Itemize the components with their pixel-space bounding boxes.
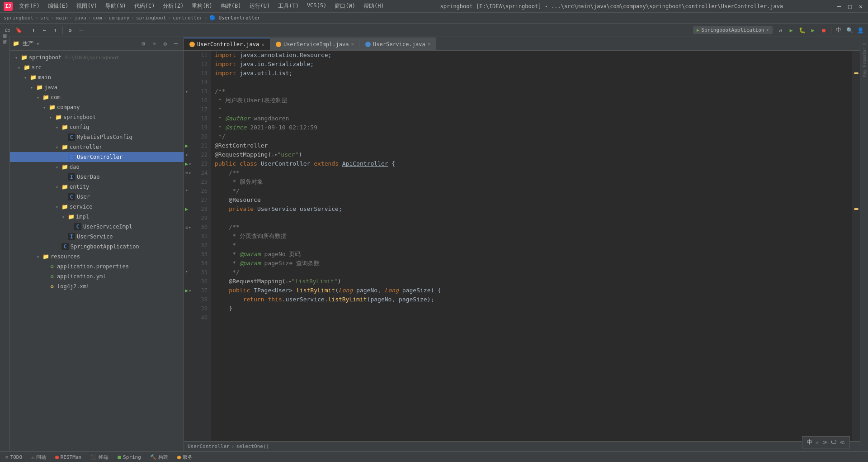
menu-nav[interactable]: 导航(N): [102, 1, 130, 11]
close-button[interactable]: ✕: [857, 3, 864, 10]
tree-main[interactable]: ▾ 📁 main: [10, 72, 184, 82]
menu-build[interactable]: 构建(B): [217, 1, 245, 11]
tree-java[interactable]: ▾ 📁 java: [10, 82, 184, 92]
bc-company[interactable]: company: [108, 15, 129, 21]
tree-app-properties[interactable]: ▾ ⚙ application.properties: [10, 262, 184, 271]
tree-springbootapplication[interactable]: ▾ C SpringbootApplication: [10, 242, 184, 252]
sidebar-collapse-button[interactable]: ≡: [149, 39, 159, 49]
forward-button[interactable]: ⬅: [39, 25, 49, 35]
bc-springboot2[interactable]: springboot: [136, 15, 166, 21]
stop-button[interactable]: ■: [819, 25, 829, 35]
home-button[interactable]: ⬆: [50, 25, 60, 35]
menu-refactor[interactable]: 重构(R): [188, 1, 216, 11]
tree-label-src: src: [32, 64, 42, 71]
problems-tab[interactable]: ⚠ 问题: [29, 453, 48, 462]
refresh-button[interactable]: ↺: [775, 25, 785, 35]
bc-usercontroller[interactable]: 🔵 UserController: [209, 15, 260, 21]
tree-dao[interactable]: ▾ 📁 dao: [10, 162, 184, 172]
tree-userdao[interactable]: ▾ I UserDao: [10, 172, 184, 182]
restman-tab[interactable]: RESTMan: [53, 453, 83, 461]
debug-button[interactable]: 🐛: [797, 25, 807, 35]
tree-src[interactable]: ▾ 📁 src: [10, 62, 184, 72]
menu-view[interactable]: 视图(V): [73, 1, 101, 11]
run-gutter-28[interactable]: ▶: [185, 206, 188, 212]
sidebar-dropdown[interactable]: ▾: [36, 41, 39, 47]
tab-usercontroller[interactable]: UserController.java ✕: [184, 38, 270, 50]
code-line-39: }: [215, 304, 848, 313]
terminal-tab[interactable]: ⬛ 终端: [89, 453, 110, 462]
menu-edit[interactable]: 编辑(E): [44, 1, 72, 11]
menu-run[interactable]: 运行(U): [246, 1, 274, 11]
run-button[interactable]: ▶: [786, 25, 796, 35]
tree-impl[interactable]: ▾ 📁 impl: [10, 212, 184, 222]
tab-close-userserviceimpl[interactable]: ✕: [351, 41, 354, 47]
tab-close-userservice[interactable]: ✕: [428, 41, 431, 47]
bc-springboot[interactable]: springboot: [4, 15, 33, 21]
sidebar-options-button[interactable]: ⚙: [160, 39, 170, 49]
structure-tab[interactable]: 构建: [0, 39, 9, 44]
project-tab[interactable]: 服务: [0, 44, 9, 50]
tree-user[interactable]: ▾ C User: [10, 192, 184, 202]
run-config-dropdown[interactable]: ▾: [766, 27, 769, 33]
tree-config[interactable]: ▾ 📁 config: [10, 122, 184, 132]
tree-springboot-root[interactable]: ▾ 📁 springboot E:\IDEA\springboot: [10, 52, 184, 62]
menu-vcs[interactable]: VCS(S): [303, 1, 330, 11]
editor-bc-selectone[interactable]: selectOne(): [236, 443, 269, 449]
editor-bc-usercontroller[interactable]: UserController: [188, 443, 230, 449]
linenum-23: 23: [191, 159, 208, 168]
run-configuration[interactable]: ▶ SpringbootApplication ▾: [693, 26, 773, 34]
tree-service[interactable]: ▾ 📁 service: [10, 202, 184, 212]
menu-help[interactable]: 帮助(H): [360, 1, 388, 11]
service-tab[interactable]: 服务: [175, 453, 194, 462]
profile-button[interactable]: 👤: [855, 25, 865, 35]
coverage-button[interactable]: ▶: [808, 25, 818, 35]
bc-src[interactable]: src: [40, 15, 49, 21]
build-tab[interactable]: 🔨 构建: [148, 453, 170, 462]
bookmarks-button[interactable]: 🔖: [14, 25, 24, 35]
tree-usercontroller[interactable]: ▾ C UserController: [10, 152, 184, 162]
todo-tab[interactable]: ≡ TODO: [4, 453, 24, 461]
tree-log4j2[interactable]: ▾ ⚙ log4j2.xml: [10, 281, 184, 291]
spring-tab[interactable]: Spring: [116, 453, 143, 461]
run-gutter-21[interactable]: ▶: [185, 143, 188, 149]
tree-userservice[interactable]: ▾ I UserService: [10, 232, 184, 242]
menu-code[interactable]: 代码(C): [131, 1, 159, 11]
tree-userserviceimpl[interactable]: ▾ C UserServiceImpl: [10, 222, 184, 232]
run-gutter-23[interactable]: ▶: [185, 161, 188, 167]
tree-controller[interactable]: ▾ 📁 controller: [10, 142, 184, 152]
bc-com[interactable]: com: [93, 15, 102, 21]
run-gutter-37[interactable]: ▶: [185, 287, 188, 294]
tree-com[interactable]: ▾ 📁 com: [10, 92, 184, 102]
menu-file[interactable]: 文件(F): [15, 1, 43, 11]
menu-analyze[interactable]: 分析(Z): [159, 1, 187, 11]
tree-resources[interactable]: ▾ 📁 resources: [10, 252, 184, 262]
project-view-button[interactable]: 🗂: [3, 25, 13, 35]
bc-controller[interactable]: controller: [173, 15, 203, 21]
minus-button[interactable]: ─: [76, 25, 86, 35]
translate-button[interactable]: 中: [834, 25, 844, 35]
rg-23: [852, 159, 860, 168]
bc-java[interactable]: java: [74, 15, 86, 21]
tab-close-usercontroller[interactable]: ✕: [261, 42, 264, 48]
tree-mybatisplusconfig[interactable]: ▾ C MybatisPlusConfig: [10, 132, 184, 142]
menu-window[interactable]: 窗口(W): [331, 1, 359, 11]
line-numbers: 11 12 13 14 15 16 17 18 19 20 21 22 23 2…: [191, 51, 211, 441]
linenum-20: 20: [191, 132, 208, 141]
search-button[interactable]: 🔍: [844, 25, 854, 35]
bc-main[interactable]: main: [56, 15, 68, 21]
minimize-button[interactable]: ─: [835, 3, 843, 10]
tab-userservice[interactable]: UserService.java ✕: [360, 38, 436, 50]
tab-userserviceimpl[interactable]: UserServiceImpl.java ✕: [270, 38, 360, 50]
maximize-button[interactable]: □: [846, 3, 854, 10]
settings-button[interactable]: ⚙: [65, 25, 75, 35]
linenum-30: 30: [191, 223, 208, 232]
tree-company[interactable]: ▾ 📁 company: [10, 102, 184, 112]
tree-springboot-pkg[interactable]: ▾ 📁 springboot: [10, 112, 184, 122]
tree-entity[interactable]: ▾ 📁 entity: [10, 182, 184, 192]
code-editor[interactable]: import javax.annotation.Resource; import…: [211, 51, 852, 441]
back-button[interactable]: ⬆: [28, 25, 38, 35]
sidebar-sync-button[interactable]: ⊞: [138, 39, 148, 49]
tree-app-yml[interactable]: ▾ ⚙ application.yml: [10, 271, 184, 281]
sidebar-close-button[interactable]: ─: [171, 39, 181, 49]
menu-tools[interactable]: 工具(T): [274, 1, 302, 11]
